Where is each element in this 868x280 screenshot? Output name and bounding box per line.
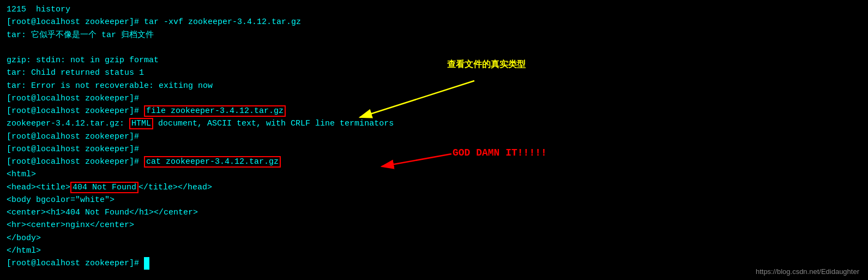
line-18: <hr><center>nginx</center>	[7, 219, 861, 231]
line-10: zookeeper-3.4.12.tar.gz: HTML document, …	[7, 117, 861, 130]
line-13: [root@localhost zookeeper]# cat zookeepe…	[7, 156, 861, 168]
html-highlight: HTML	[129, 118, 153, 129]
line-5: gzip: stdin: not in gzip format	[7, 54, 861, 67]
line-3: tar: 它似乎不像是一个 tar 归档文件	[7, 29, 861, 41]
line-20: </html>	[7, 245, 861, 257]
line-6: tar: Child returned status 1	[7, 67, 861, 79]
cat-cmd-highlight: cat zookeeper-3.4.12.tar.gz	[144, 156, 281, 168]
line-2: [root@localhost zookeeper]# tar -xvf zoo…	[7, 16, 861, 28]
line-11: [root@localhost zookeeper]#	[7, 130, 861, 143]
annotation-yellow: 查看文件的真实类型	[447, 59, 526, 70]
line-8: [root@localhost zookeeper]#	[7, 92, 861, 105]
file-cmd-highlight: file zookeeper-3.4.12.tar.gz	[144, 105, 286, 117]
line-19: </body>	[7, 232, 861, 245]
line-1: 1215 history	[7, 3, 861, 16]
line-9: [root@localhost zookeeper]# file zookeep…	[7, 105, 861, 117]
line-16: <body bgcolor="white">	[7, 194, 861, 206]
line-7: tar: Error is not recoverable: exiting n…	[7, 80, 861, 92]
line-21: [root@localhost zookeeper]#	[7, 257, 861, 270]
line-4	[7, 41, 861, 54]
line-12: [root@localhost zookeeper]#	[7, 143, 861, 156]
terminal: 1215 history [root@localhost zookeeper]#…	[0, 0, 868, 273]
line-17: <center><h1>404 Not Found</h1></center>	[7, 206, 861, 219]
not-found-highlight: 404 Not Found	[70, 182, 138, 193]
annotation-red: GOD DAMN IT!!!!!	[453, 147, 547, 158]
line-14: <html>	[7, 168, 861, 181]
line-15: <head><title>404 Not Found</title></head…	[7, 181, 861, 194]
watermark: https://blog.csdn.net/Edidaughter	[756, 267, 859, 276]
